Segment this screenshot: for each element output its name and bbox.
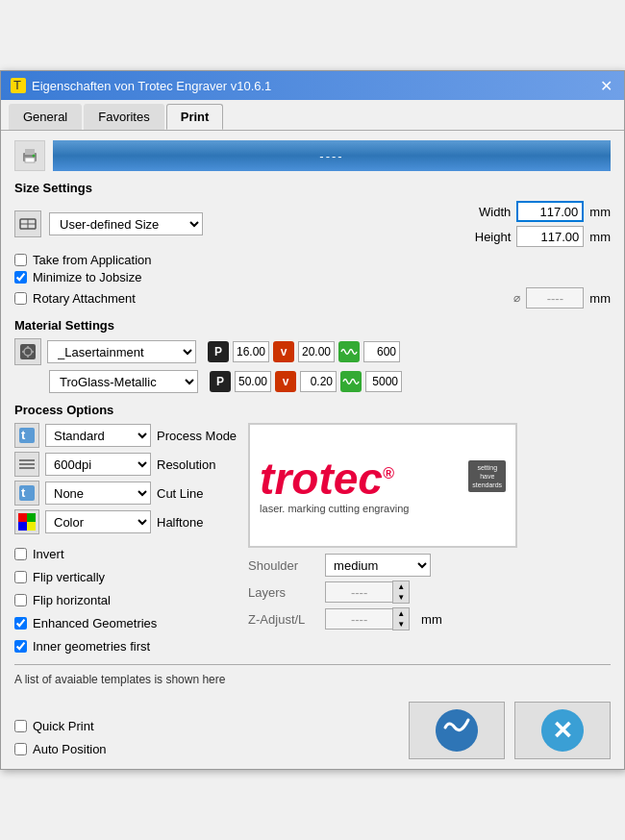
close-button[interactable]: ✕ [597, 77, 614, 94]
cutline-dropdown[interactable]: None [45, 482, 151, 505]
size-icon [14, 210, 41, 237]
ok-button[interactable] [409, 702, 505, 759]
ok-icon [436, 709, 478, 752]
svg-text:t: t [21, 428, 26, 442]
diam-unit: mm [589, 291, 611, 306]
app-icon: T [11, 78, 26, 93]
trotec-preview: trotec® settinghavestendards laser. mark… [248, 423, 517, 548]
options-checks: Invert Flip vertically Flip horizontal [14, 544, 237, 656]
zadjust-spinner: ---- ▲ ▼ [325, 607, 410, 630]
cancel-icon: ✕ [541, 709, 584, 752]
shoulder-dropdown[interactable]: medium [325, 554, 431, 577]
material-row2-dropdown[interactable]: TroGlass-Metallic [49, 370, 198, 393]
auto-position-row: Auto Position [14, 742, 409, 756]
tab-favorites[interactable]: Favorites [84, 104, 163, 130]
material-row2: TroGlass-Metallic P 50.00 v 0.20 5000 [49, 370, 611, 393]
tab-bar: General Favorites Print [1, 100, 624, 131]
button-area: ✕ [409, 702, 611, 759]
process-mode-row: t Standard Process Mode [14, 423, 237, 448]
cancel-button[interactable]: ✕ [514, 702, 611, 759]
tab-print[interactable]: Print [166, 104, 224, 130]
size-dropdown[interactable]: User-defined Size [49, 212, 203, 235]
zadjust-unit: mm [421, 612, 442, 627]
inner-geo-row: Inner geometries first [14, 639, 237, 654]
flip-v-row: Flip vertically [14, 570, 237, 584]
width-input[interactable] [516, 201, 584, 222]
layers-label: Layers [248, 585, 317, 600]
size-settings-section: Size Settings User-defined Size Width [14, 181, 611, 309]
divider [14, 664, 611, 665]
invert-label: Invert [33, 547, 64, 561]
flip-h-label: Flip horizontal [33, 593, 111, 607]
material-row1-dropdown[interactable]: _Lasertainment [47, 340, 196, 363]
take-from-app-label: Take from Application [33, 253, 152, 267]
auto-position-checkbox[interactable] [14, 743, 27, 755]
enhanced-label: Enhanced Geometries [33, 616, 157, 630]
take-from-app-checkbox[interactable] [14, 254, 27, 266]
speed-badge-1: v [273, 341, 294, 362]
halftone-dropdown[interactable]: Color [45, 510, 151, 533]
process-mode-dropdown[interactable]: Standard [45, 424, 151, 447]
power-val-1: 16.00 [233, 341, 269, 362]
material-row1: _Lasertainment P 16.00 v 20.00 600 [14, 338, 611, 365]
main-window: T Eigenschaften von Trotec Engraver v10.… [0, 70, 625, 770]
shoulder-row: Shoulder medium [248, 554, 527, 577]
process-mode-label: Process Mode [157, 429, 237, 443]
invert-row: Invert [14, 547, 237, 561]
auto-position-label: Auto Position [33, 742, 107, 756]
size-settings-title: Size Settings [14, 181, 611, 195]
cutline-icon: t [14, 481, 39, 506]
material-icon [14, 338, 41, 365]
shoulder-label: Shoulder [248, 558, 317, 573]
height-input[interactable] [516, 226, 584, 247]
cutline-label: Cut Line [157, 486, 203, 501]
ok-letter [441, 712, 472, 749]
take-from-app-row: Take from Application [14, 253, 611, 267]
layers-down-button[interactable]: ▼ [393, 592, 409, 603]
diam-input[interactable] [526, 287, 584, 309]
quick-print-label: Quick Print [33, 719, 94, 733]
title-bar: T Eigenschaften von Trotec Engraver v10.… [1, 71, 624, 100]
resolution-row: 600dpi Resolution [14, 452, 237, 477]
quick-print-row: Quick Print [14, 719, 409, 733]
speed-val-2: 0.20 [300, 371, 337, 392]
templates-note: A list of avaiable templates is shown he… [14, 673, 611, 686]
enhanced-row: Enhanced Geometries [14, 616, 237, 630]
resolution-label: Resolution [157, 457, 215, 472]
height-unit: mm [589, 230, 611, 244]
layers-up-button[interactable]: ▲ [393, 581, 409, 592]
minimize-jobsize-label: Minimize to Jobsize [33, 270, 141, 284]
rotary-checkbox[interactable] [14, 292, 27, 305]
material-settings-title: Material Settings [14, 318, 611, 333]
minimize-jobsize-checkbox[interactable] [14, 271, 27, 284]
title-bar-left: T Eigenschaften von Trotec Engraver v10.… [11, 78, 271, 93]
flip-v-label: Flip vertically [33, 570, 105, 584]
enhanced-checkbox[interactable] [14, 617, 27, 630]
width-height-block: Width mm Height mm [475, 201, 611, 247]
halftone-row: Color Halftone [14, 509, 237, 534]
flip-h-checkbox[interactable] [14, 594, 27, 606]
invert-checkbox[interactable] [14, 548, 27, 560]
wave-val-1: 600 [363, 341, 400, 362]
quick-print-checkbox[interactable] [14, 720, 27, 732]
zadjust-value: ---- [325, 608, 392, 630]
trotec-registered: ® [383, 465, 394, 482]
zadjust-down-button[interactable]: ▼ [393, 619, 409, 630]
zadjust-label: Z-Adjust/L [248, 612, 317, 627]
mat-row1-params: P 16.00 v 20.00 600 [208, 341, 400, 362]
layers-row: Layers ---- ▲ ▼ [248, 581, 527, 604]
resolution-dropdown[interactable]: 600dpi [45, 453, 151, 476]
process-controls: t Standard Process Mode [14, 423, 237, 656]
inner-geo-checkbox[interactable] [14, 640, 27, 653]
power-badge-2: P [210, 371, 231, 392]
zadjust-up-button[interactable]: ▲ [393, 608, 409, 619]
trotec-logo-area: trotec® settinghavestendards [260, 457, 506, 501]
print-icon [14, 140, 45, 171]
tab-general[interactable]: General [9, 104, 82, 130]
width-unit: mm [589, 205, 611, 219]
process-mode-icon: t [14, 423, 39, 448]
svg-rect-22 [18, 513, 27, 522]
flip-h-row: Flip horizontal [14, 593, 237, 607]
flip-v-checkbox[interactable] [14, 571, 27, 583]
speed-badge-2: v [275, 371, 296, 392]
